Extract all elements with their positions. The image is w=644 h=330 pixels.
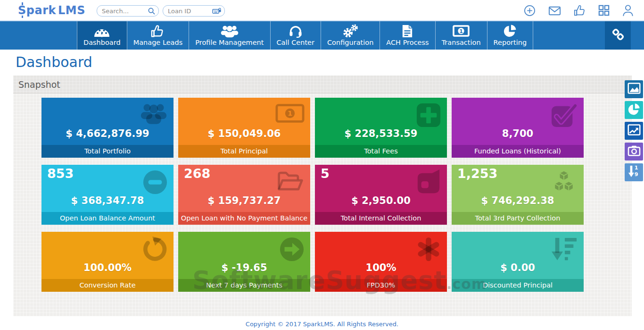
nav-tab-ach-process[interactable]: ACH Process [380, 21, 435, 50]
tile-internal-collection[interactable]: 5 $ 2,950.00 Total Internal Collection [315, 165, 447, 225]
tile-total-principal[interactable]: 1 $ 150,049.06 Total Principal [178, 98, 310, 158]
main-nav: Dashboard Manage Leads Profile Managemen… [0, 21, 644, 50]
tile-count: 1,253 [457, 166, 497, 181]
money-icon: 1 [453, 24, 470, 38]
nav-tab-transaction[interactable]: 1 Transaction [436, 21, 487, 50]
tile-open-loan-balance[interactable]: 853 $ 368,347.78 Open Loan Balance Amoun… [41, 165, 173, 225]
thumbs-up-icon [151, 24, 165, 38]
tile-label: Conversion Rate [41, 279, 173, 292]
tile-open-loan-no-payment[interactable]: 268 $ 159,737.27 Open Loan with No Payme… [178, 165, 310, 225]
users-icon [220, 24, 239, 38]
plus-icon [416, 102, 441, 128]
svg-text:1: 1 [459, 28, 463, 34]
tile-value: $ 4,662,876.99 [41, 128, 173, 139]
nav-tab-reporting[interactable]: Reporting [487, 21, 534, 50]
line-chart-icon [627, 124, 641, 138]
pie-chart-button[interactable] [625, 101, 643, 119]
tool-rail: 19 [625, 80, 643, 181]
top-header: SparkLMS [0, 0, 644, 21]
search-input[interactable] [97, 8, 148, 15]
brand-logo[interactable]: SparkLMS [18, 4, 85, 17]
tile-label: Funded Loans (Historical) [452, 145, 584, 158]
tile-total-portfolio[interactable]: $ 4,662,876.99 Total Portfolio [41, 98, 173, 158]
tile-next-7-days-payments[interactable]: $ -19.65 Next 7 days Payments [178, 232, 310, 292]
thumbs-up-icon[interactable] [574, 5, 586, 17]
minus-circle-icon [142, 169, 168, 195]
asterisk-icon [416, 237, 441, 262]
tile-third-party-collection[interactable]: 1,253 $ 746,292.38 Total 3rd Party Colle… [452, 165, 584, 225]
collection-icon [416, 169, 441, 195]
chain-link-button[interactable] [605, 21, 631, 50]
search-icon[interactable] [148, 8, 155, 15]
tile-count: 5 [321, 166, 330, 181]
nav-tab-manage-leads[interactable]: Manage Leads [127, 21, 190, 50]
arrow-circle-right-icon [279, 237, 305, 262]
gears-icon [342, 24, 358, 38]
camera-button[interactable] [625, 143, 643, 161]
search-box [97, 5, 159, 17]
tile-label: Next 7 days Payments [178, 279, 310, 292]
tile-value: $ 150,049.06 [178, 128, 310, 139]
tile-value: 100% [315, 262, 447, 273]
plus-circle-icon[interactable] [524, 5, 536, 17]
nav-label: Configuration [327, 39, 373, 46]
loan-id-box [163, 5, 225, 17]
money-bill-icon: 1 [275, 102, 305, 124]
tile-value: $ 2,950.00 [315, 195, 447, 206]
check-icon [551, 102, 578, 128]
tile-count: 268 [184, 166, 210, 181]
tile-conversion-rate[interactable]: 100.00% Conversion Rate [41, 232, 173, 292]
tile-fpd30[interactable]: 100% FPD30% [315, 232, 447, 292]
area-chart-icon [627, 82, 641, 96]
tile-label: Open Loan Balance Amount [41, 212, 173, 225]
document-icon [402, 24, 413, 38]
nav-tab-configuration[interactable]: Configuration [321, 21, 380, 50]
section-header: Snapshot [13, 76, 632, 93]
headset-icon [289, 24, 303, 38]
chain-link-icon [611, 28, 625, 43]
svg-text:1: 1 [288, 110, 292, 117]
tile-value: $ 159,737.27 [178, 195, 310, 206]
page-title: Dashboard [16, 54, 92, 70]
nav-tab-call-center[interactable]: Call Center [271, 21, 321, 50]
kpi-tile-grid: $ 4,662,876.99 Total Portfolio 1 $ 150,0… [41, 98, 632, 292]
line-chart-button[interactable] [625, 122, 643, 140]
tile-label: Total Internal Collection [315, 212, 447, 225]
tile-label: Total Fees [315, 145, 447, 158]
nav-label: Dashboard [83, 39, 121, 46]
user-icon[interactable] [622, 4, 634, 17]
refresh-icon [142, 237, 168, 262]
camera-icon [627, 145, 641, 158]
tile-value: 100.00% [41, 262, 173, 273]
tile-total-fees[interactable]: $ 228,533.59 Total Fees [315, 98, 447, 158]
footer-copyright: Copyright © 2017 SparkLMS. All Rights Re… [0, 321, 644, 328]
nav-tab-dashboard[interactable]: Dashboard [77, 21, 127, 50]
svg-text:9: 9 [634, 171, 638, 178]
nav-label: ACH Process [386, 39, 429, 46]
nav-tab-profile-management[interactable]: Profile Management [189, 21, 270, 50]
nav-label: Call Center [277, 39, 314, 46]
nav-label: Manage Leads [133, 39, 183, 46]
sort-numeric-desc-icon: 19 [628, 165, 640, 180]
brand-first: Spark [18, 4, 56, 17]
tile-value: 8,700 [452, 128, 584, 139]
tile-label: Total 3rd Party Collection [452, 212, 584, 225]
cubes-icon [550, 169, 578, 195]
tile-funded-loans[interactable]: 8,700 Funded Loans (Historical) [452, 98, 584, 158]
area-chart-button[interactable] [625, 80, 643, 98]
snapshot-panel: Snapshot $ 4,662,876.99 Total Portfolio … [13, 76, 632, 316]
users-icon [140, 102, 168, 126]
sort-numeric-desc-button[interactable]: 19 [625, 163, 643, 181]
keypad-lock-icon[interactable] [212, 8, 221, 15]
grid-icon[interactable] [598, 5, 610, 16]
tile-label: Total Principal [178, 145, 310, 158]
tile-value: $ 228,533.59 [315, 128, 447, 139]
pie-chart-icon [503, 24, 517, 38]
folder-open-icon [276, 169, 305, 193]
brand-logo-mark: Spark [18, 4, 56, 17]
tile-discounted-principal[interactable]: $ 0.00 Discounted Principal [452, 232, 584, 292]
tile-value: $ 368,347.78 [41, 195, 173, 206]
mail-icon[interactable] [548, 5, 561, 17]
loan-id-input[interactable] [163, 8, 212, 15]
tile-count: 853 [47, 166, 74, 181]
